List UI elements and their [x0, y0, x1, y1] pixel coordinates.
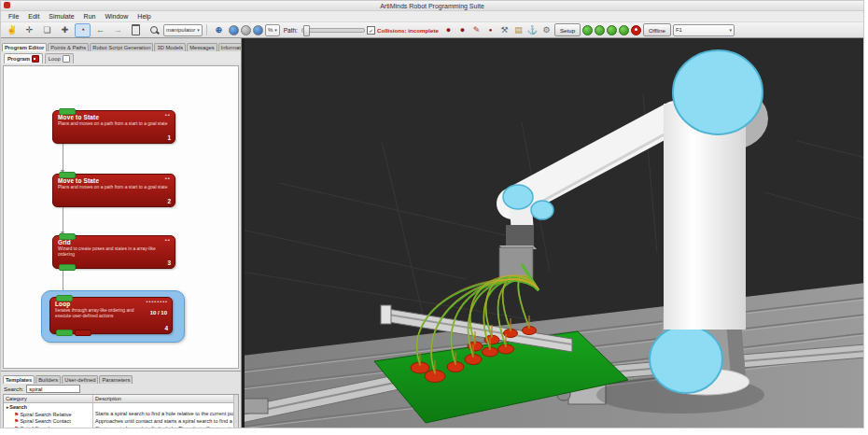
status-green-2	[595, 25, 605, 35]
column-description[interactable]: Description	[93, 395, 238, 402]
edit-pen-icon[interactable]: ✎	[470, 24, 483, 36]
block-description: Plans and moves on a path from a start t…	[58, 185, 170, 190]
collisions-checkbox[interactable]: ✓	[367, 26, 375, 35]
tab-information[interactable]: Information	[218, 43, 241, 51]
robot-shoulder-cyan-cap	[673, 50, 763, 134]
block-number: 4	[164, 325, 168, 331]
tab-points-paths[interactable]: Points & Paths	[48, 43, 89, 51]
view-sphere-icon-1[interactable]	[229, 25, 239, 35]
tab-loop[interactable]: Loop	[45, 53, 74, 63]
template-description: Starts a spiral search to find a hole. T…	[93, 425, 238, 428]
block-move-to-state-2[interactable]: Move to State Plans and moves on a path …	[52, 174, 175, 207]
template-flag-icon: ⚑	[14, 426, 19, 428]
editor-tab-bar: Program Loop	[1, 51, 241, 63]
small-red-dot-icon[interactable]: ●	[484, 24, 497, 36]
table-scrollbar[interactable]	[233, 395, 238, 428]
connector-line	[63, 144, 63, 174]
menu-help[interactable]: Help	[133, 13, 155, 20]
toolbar: ✌ ✛ ❏ ✚ ◔ ← → manipulator▾ ⊕ %▾ Path: ✓ …	[1, 22, 863, 38]
globe-icon[interactable]: ⊕	[211, 23, 227, 37]
view-sphere-icon-2[interactable]	[241, 25, 251, 35]
setup-button[interactable]: Setup	[554, 23, 581, 36]
anchor-icon[interactable]: ⚓	[526, 24, 539, 36]
path-slider[interactable]	[301, 28, 365, 33]
block-corner-icons: ▪▪	[165, 112, 171, 118]
block-title: Move to State	[58, 114, 170, 120]
tab-program-editor[interactable]: Program Editor	[2, 43, 47, 51]
pan-hand-icon[interactable]: ✌	[4, 23, 20, 37]
menu-bar: File Edit Simulate Run Window Help	[1, 11, 863, 22]
menu-file[interactable]: File	[4, 13, 23, 20]
block-description: Plans and moves on a path from a start t…	[58, 121, 170, 127]
table-header[interactable]: Category Description	[4, 395, 238, 403]
title-bar: ArtiMinds Robot Programming Suite	[1, 1, 863, 11]
tools-icon[interactable]: ⚒	[498, 24, 511, 36]
record-red-icon-1[interactable]: ●	[442, 24, 455, 36]
robot-select[interactable]: F1▾	[673, 24, 735, 36]
block-corner-icons: ▪▪	[165, 237, 171, 243]
tab-3d-models[interactable]: 3D Models	[154, 43, 186, 51]
3d-scene[interactable]	[242, 38, 863, 428]
chevron-down-icon: ▾	[274, 27, 277, 33]
box-icon[interactable]: ▤	[512, 24, 525, 36]
tab-templates[interactable]: Templates	[3, 375, 35, 384]
template-name: Spiral Search	[20, 426, 51, 428]
block-grid[interactable]: Grid Wizard to create poses and states i…	[52, 235, 175, 269]
app-window: ArtiMinds Robot Programming Suite File E…	[0, 0, 864, 428]
delete-icon[interactable]	[128, 23, 144, 37]
tool-select[interactable]: manipulator▾	[163, 24, 203, 36]
tab-program[interactable]: Program	[4, 53, 43, 63]
menu-run[interactable]: Run	[79, 13, 101, 20]
block-move-to-state-1[interactable]: Move to State Plans and moves on a path …	[52, 110, 175, 144]
menu-window[interactable]: Window	[100, 13, 133, 20]
panel-tab-bar: Program Editor Points & Paths Robot Scri…	[1, 38, 241, 51]
trash-icon	[132, 24, 140, 35]
3d-viewport[interactable]	[242, 38, 863, 428]
collisions-label: Collisions: incomplete	[377, 27, 439, 34]
column-category[interactable]: Category	[4, 395, 93, 402]
block-title: Move to State	[58, 177, 170, 184]
tab-messages[interactable]: Messages	[187, 43, 217, 51]
block-notch	[59, 172, 76, 178]
tab-builders[interactable]: Builders	[35, 375, 61, 384]
block-notch	[56, 330, 73, 336]
block-description: Wizard to create poses and states in a a…	[58, 246, 170, 259]
tab-user-defined[interactable]: User-defined	[62, 375, 98, 384]
program-canvas[interactable]: Move to State Plans and moves on a path …	[3, 65, 239, 369]
move-icon[interactable]: ✛	[21, 23, 37, 37]
loop-counter: 10 / 10	[150, 310, 167, 316]
program-error-icon	[32, 55, 39, 63]
block-loop[interactable]: Loop Iterates through array-like orderin…	[49, 297, 173, 334]
menu-simulate[interactable]: Simulate	[44, 13, 78, 20]
record-red-icon-2[interactable]: ●	[456, 24, 469, 36]
gear-icon[interactable]: ⚙	[540, 24, 553, 36]
slider-handle[interactable]	[303, 25, 310, 36]
search-tool-icon[interactable]	[146, 23, 161, 37]
block-number: 1	[167, 134, 171, 141]
block-notch	[59, 233, 76, 240]
open-folder-icon[interactable]: ❏	[39, 23, 55, 37]
block-description: Iterates through array-like ordering and…	[55, 308, 135, 320]
loop-tab-icon	[63, 55, 70, 63]
tab-robot-script-generation[interactable]: Robot Script Generation	[90, 43, 153, 51]
offline-button[interactable]: Offline	[643, 23, 671, 36]
chevron-down-icon: ▾	[729, 27, 732, 33]
view-sphere-icon-3[interactable]	[253, 25, 263, 35]
loop-iteration-dots: ••••••••	[147, 299, 168, 304]
robot-base-cyan-cap	[650, 326, 722, 393]
toolbar-separator	[206, 24, 207, 35]
block-notch-red	[75, 330, 91, 336]
status-green-1	[582, 25, 593, 35]
menu-edit[interactable]: Edit	[23, 13, 44, 20]
add-icon[interactable]: ✚	[57, 23, 73, 37]
undo-icon[interactable]: ←	[92, 23, 108, 37]
redo-icon[interactable]: →	[110, 23, 126, 37]
search-label: Search:	[4, 386, 23, 392]
robot-upper-arm	[664, 104, 746, 330]
search-input[interactable]	[26, 385, 80, 393]
table-row[interactable]: ⚑Spiral Search Starts a spiral search to…	[4, 425, 238, 428]
gauge-icon[interactable]: ◔	[75, 23, 91, 37]
templates-tab-bar: Templates Builders User-defined Paramete…	[1, 372, 241, 384]
zoom-select[interactable]: %▾	[265, 24, 280, 36]
tab-parameters[interactable]: Parameters	[99, 375, 133, 384]
